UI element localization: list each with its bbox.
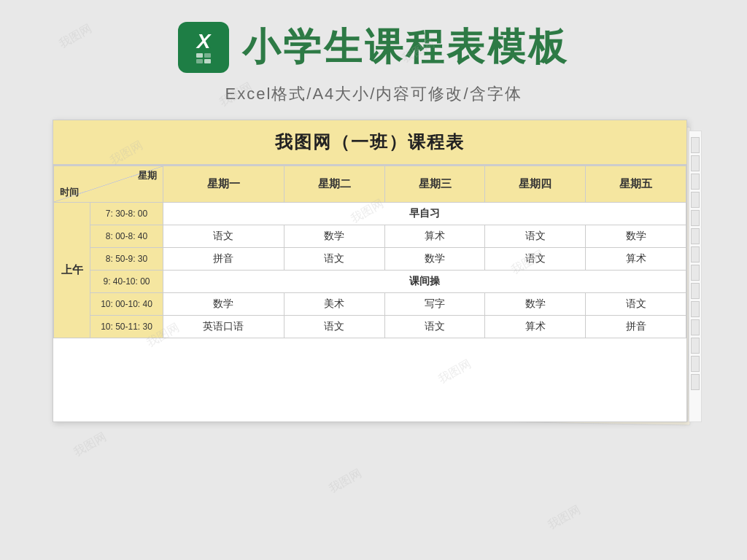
table-row: 9: 40-10: 00 课间操	[54, 271, 686, 293]
time-day-header: 时间 星期	[54, 166, 163, 203]
time-cell-5: 10: 00-10: 40	[90, 293, 163, 316]
subject-cell: 数学	[384, 248, 485, 271]
time-cell-4: 9: 40-10: 00	[90, 271, 163, 293]
subject-cell: 数学	[163, 293, 285, 316]
col-header-thu: 星期四	[485, 166, 586, 203]
doc-right-partial	[689, 131, 702, 422]
recess-cell: 课间操	[163, 271, 686, 293]
subject-cell: 算术	[485, 316, 586, 338]
col-header-wed: 星期三	[384, 166, 485, 203]
time-cell-6: 10: 50-11: 30	[90, 316, 163, 338]
excel-letter: X	[197, 31, 211, 52]
schedule-table: 时间 星期 星期一 星期二 星期三 星期四 星期五 上午 7: 30-8: 00…	[53, 166, 686, 338]
table-row: 8: 00-8: 40 语文 数学 算术 语文 数学	[54, 225, 686, 248]
subject-cell: 英语口语	[163, 316, 285, 338]
doc-main: 我图网（一班）课程表 时间 星期 星期一 星期二 星期三 星期四 星期五	[53, 120, 687, 422]
subject-cell: 写字	[384, 293, 485, 316]
subject-cell: 语文	[163, 225, 285, 248]
main-title: 小学生课程表模板	[242, 22, 569, 73]
schedule-title: 我图网（一班）课程表	[53, 120, 686, 166]
subject-cell: 数学	[485, 293, 586, 316]
period-label-morning: 上午	[54, 203, 90, 338]
subject-cell: 算术	[384, 225, 485, 248]
col-header-fri: 星期五	[586, 166, 686, 203]
table-row: 10: 50-11: 30 英语口语 语文 语文 算术 拼音	[54, 316, 686, 338]
table-row: 上午 7: 30-8: 00 早自习	[54, 203, 686, 225]
subject-cell: 语文	[485, 225, 586, 248]
subtitle: Excel格式/A4大小/内容可修改/含字体	[225, 83, 522, 105]
time-cell-3: 8: 50-9: 30	[90, 248, 163, 271]
subject-cell: 算术	[586, 248, 686, 271]
early-study-cell: 早自习	[163, 203, 686, 225]
title-row: X 小学生课程表模板	[178, 22, 569, 73]
time-cell-1: 7: 30-8: 00	[90, 203, 163, 225]
subject-cell: 语文	[485, 248, 586, 271]
time-cell-2: 8: 00-8: 40	[90, 225, 163, 248]
day-label-header: 星期	[138, 169, 157, 182]
time-label: 时间	[60, 186, 79, 199]
table-row: 8: 50-9: 30 拼音 语文 数学 语文 算术	[54, 248, 686, 271]
subject-cell: 语文	[284, 248, 384, 271]
subject-cell: 语文	[586, 293, 686, 316]
excel-icon: X	[178, 22, 229, 73]
table-row: 10: 00-10: 40 数学 美术 写字 数学 语文	[54, 293, 686, 316]
doc-preview-wrapper: 我图网（一班）课程表 时间 星期 星期一 星期二 星期三 星期四 星期五	[53, 120, 694, 433]
subject-cell: 数学	[586, 225, 686, 248]
subject-cell: 拼音	[163, 248, 285, 271]
subject-cell: 语文	[384, 316, 485, 338]
subject-cell: 数学	[284, 225, 384, 248]
subject-cell: 语文	[284, 316, 384, 338]
table-header-row: 时间 星期 星期一 星期二 星期三 星期四 星期五	[54, 166, 686, 203]
subject-cell: 美术	[284, 293, 384, 316]
col-header-mon: 星期一	[163, 166, 285, 203]
col-header-tue: 星期二	[284, 166, 384, 203]
subject-cell: 拼音	[586, 316, 686, 338]
header-area: X 小学生课程表模板 Excel格式/A4大小/内容可修改/含字体	[0, 0, 747, 120]
